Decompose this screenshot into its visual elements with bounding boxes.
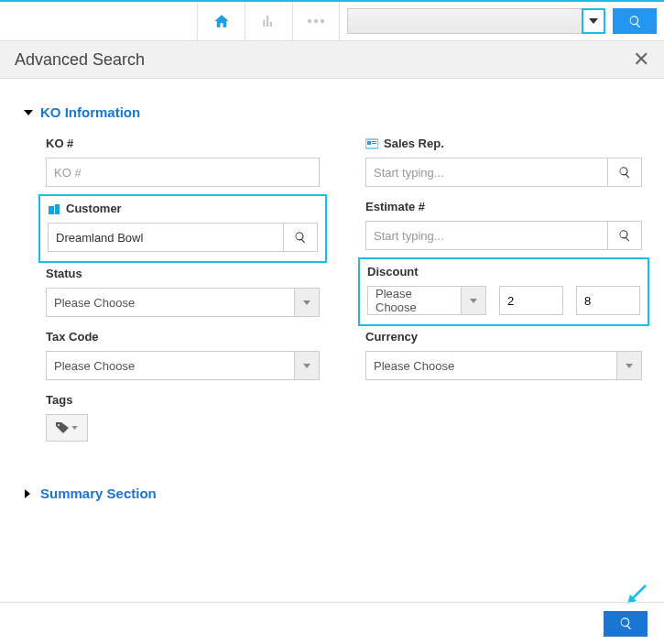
discount-to-input[interactable] [576, 286, 640, 315]
global-search-input[interactable] [347, 8, 582, 34]
page-title: Advanced Search [15, 50, 633, 70]
global-search-dropdown[interactable] [582, 8, 605, 34]
left-column: KO # Customer [46, 136, 320, 442]
search-icon [618, 166, 631, 179]
field-tags: Tags [46, 393, 320, 442]
currency-dropdown-toggle[interactable] [616, 351, 642, 380]
ko-info-form: KO # Customer [22, 136, 642, 442]
section-ko-info-header[interactable]: KO Information [22, 104, 642, 120]
building-icon [48, 203, 60, 214]
search-icon [294, 231, 307, 244]
svg-rect-6 [372, 141, 376, 142]
tags-label: Tags [46, 393, 320, 407]
field-ko-number: KO # [46, 136, 320, 187]
section-title: KO Information [40, 104, 140, 120]
tags-button[interactable] [46, 414, 88, 442]
field-sales-rep: Sales Rep. [365, 136, 642, 187]
sales-rep-lookup [365, 158, 642, 187]
chevron-down-icon [22, 108, 35, 117]
tax-code-label: Tax Code [46, 330, 320, 344]
sales-rep-input[interactable] [365, 158, 607, 187]
home-button[interactable] [197, 2, 245, 40]
home-icon [212, 13, 231, 29]
estimate-input[interactable] [365, 221, 607, 250]
field-tax-code: Tax Code Please Choose [46, 330, 320, 380]
customer-highlight: Customer [38, 194, 327, 263]
section-title: Summary Section [40, 486, 157, 501]
customer-search-button[interactable] [283, 223, 318, 252]
caret-down-icon [71, 426, 78, 430]
estimate-lookup [365, 221, 642, 250]
svg-point-3 [58, 424, 60, 426]
discount-label: Discount [367, 265, 640, 278]
tag-icon [56, 422, 69, 433]
customer-input[interactable] [48, 223, 283, 252]
ko-number-input[interactable] [46, 158, 320, 187]
svg-rect-7 [372, 143, 376, 144]
tax-code-select[interactable]: Please Choose [46, 351, 320, 380]
svg-rect-5 [367, 141, 371, 145]
estimate-search-button[interactable] [607, 221, 642, 250]
field-customer: Customer [48, 202, 318, 252]
status-dropdown-toggle[interactable] [294, 288, 320, 317]
top-nav [0, 0, 664, 40]
search-icon [619, 617, 633, 630]
footer [0, 602, 664, 644]
right-column: Sales Rep. Estimate # [365, 136, 642, 442]
chart-button[interactable] [245, 2, 292, 40]
sales-rep-search-button[interactable] [607, 158, 642, 187]
id-card-icon [365, 138, 378, 149]
form-content: KO Information KO # Customer [0, 79, 664, 529]
search-icon [618, 229, 631, 242]
svg-point-0 [308, 19, 311, 23]
discount-type-select[interactable]: Please Choose [367, 286, 486, 315]
discount-from-input[interactable] [499, 286, 563, 315]
currency-value: Please Choose [365, 351, 616, 380]
close-button[interactable]: ✕ [633, 49, 649, 70]
tax-code-value: Please Choose [46, 351, 294, 380]
discount-type-toggle[interactable] [461, 286, 486, 315]
global-search-wrap [340, 2, 664, 40]
field-estimate: Estimate # [365, 200, 642, 250]
run-search-button[interactable] [604, 611, 648, 637]
tax-code-dropdown-toggle[interactable] [294, 351, 320, 380]
field-discount: Discount Please Choose [367, 265, 640, 315]
svg-point-1 [314, 19, 318, 23]
bar-chart-icon [261, 13, 278, 29]
status-label: Status [46, 267, 320, 280]
dots-icon [307, 18, 325, 24]
discount-highlight: Discount Please Choose [358, 257, 649, 326]
field-currency: Currency Please Choose [365, 330, 642, 380]
more-button[interactable] [292, 2, 340, 40]
caret-down-icon [626, 364, 633, 368]
chevron-right-icon [22, 489, 35, 498]
sales-rep-label: Sales Rep. [384, 136, 444, 150]
caret-down-icon [470, 299, 477, 303]
search-icon [628, 15, 642, 28]
discount-type-value: Please Choose [367, 286, 461, 315]
ko-number-label: KO # [46, 136, 320, 150]
section-summary-header[interactable]: Summary Section [22, 486, 642, 501]
status-select[interactable]: Please Choose [46, 288, 320, 317]
caret-down-icon [303, 364, 310, 368]
customer-lookup [48, 223, 318, 252]
svg-point-2 [321, 19, 324, 23]
currency-label: Currency [365, 330, 642, 344]
estimate-label: Estimate # [365, 200, 642, 213]
currency-select[interactable]: Please Choose [365, 351, 642, 380]
customer-label: Customer [66, 202, 122, 215]
panel-header: Advanced Search ✕ [0, 40, 664, 79]
global-search-button[interactable] [613, 8, 657, 34]
chevron-down-icon [589, 18, 598, 24]
status-value: Please Choose [46, 288, 294, 317]
field-status: Status Please Choose [46, 267, 320, 317]
caret-down-icon [303, 300, 310, 305]
